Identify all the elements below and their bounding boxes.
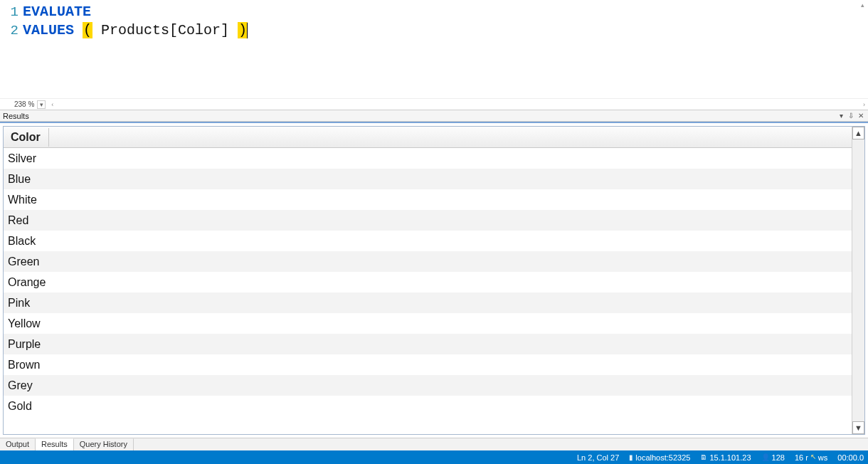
panel-close-icon[interactable]: ✕ <box>857 112 865 120</box>
table-row[interactable]: Brown <box>4 354 852 375</box>
scroll-down-icon[interactable]: ▼ <box>852 421 864 434</box>
table-row[interactable]: White <box>4 189 852 210</box>
code-line[interactable]: EVALUATE <box>23 3 868 21</box>
grid-header: Color <box>4 127 852 148</box>
scroll-up-icon[interactable]: ▲ <box>852 127 864 139</box>
column-header[interactable]: Color <box>4 128 49 147</box>
status-bar: Ln 2, Col 27 ▮ localhost:52325 🗎 15.1.10… <box>0 450 868 464</box>
scroll-right-icon[interactable]: › <box>863 101 865 108</box>
keyword: EVALUATE <box>23 4 91 20</box>
table-row[interactable]: Gold <box>4 396 852 416</box>
status-version: 🗎 15.1.101.23 <box>700 453 751 462</box>
status-server: ▮ localhost:52325 <box>629 453 690 462</box>
paren-close: ) <box>238 22 248 38</box>
paren-open: ( <box>83 22 92 38</box>
table-row[interactable]: Silver <box>4 148 852 169</box>
line-gutter: 1 2 <box>0 3 23 98</box>
status-position: Ln 2, Col 27 <box>577 453 619 462</box>
editor-scroll-up-icon[interactable]: ▴ <box>858 1 867 9</box>
table-row[interactable]: Blue <box>4 169 852 189</box>
space <box>74 22 83 38</box>
table-row[interactable]: Grey <box>4 375 852 396</box>
results-grid: Color SilverBlueWhiteRedBlackGreenOrange… <box>3 126 865 435</box>
identifier: Products[Color] <box>101 22 229 38</box>
results-panel: Results ▾ ⇩ ✕ Color SilverBlueWhiteRedBl… <box>0 110 868 450</box>
mouse-cursor-icon: ↖ <box>810 453 816 460</box>
status-elapsed: 00:00.0 <box>837 453 864 462</box>
space <box>92 22 101 38</box>
panel-title: Results <box>3 112 29 120</box>
space <box>229 22 238 38</box>
tab-results[interactable]: Results <box>36 438 74 450</box>
tab-output[interactable]: Output <box>0 438 36 450</box>
scroll-track[interactable] <box>852 139 864 421</box>
results-body: Color SilverBlueWhiteRedBlackGreenOrange… <box>0 122 868 438</box>
panel-title-bar: Results ▾ ⇩ ✕ <box>0 110 868 122</box>
table-row[interactable]: Purple <box>4 334 852 354</box>
table-row[interactable]: Orange <box>4 272 852 292</box>
bottom-tabs: Output Results Query History <box>0 438 868 450</box>
doc-icon: 🗎 <box>700 453 707 461</box>
grid-rows: SilverBlueWhiteRedBlackGreenOrangePinkYe… <box>4 148 852 416</box>
status-spid: 👤 128 <box>761 453 785 462</box>
editor-pane: 1 2 EVALUATE VALUES ( Products[Color] ) … <box>0 0 868 110</box>
table-row[interactable]: Green <box>4 251 852 272</box>
line-number: 2 <box>0 21 18 40</box>
text-cursor <box>247 23 248 38</box>
code-line[interactable]: VALUES ( Products[Color] ) <box>23 21 868 40</box>
table-row[interactable]: Pink <box>4 292 852 313</box>
zoom-dropdown-icon[interactable]: ▾ <box>37 100 46 109</box>
panel-pin-icon[interactable]: ⇩ <box>847 112 855 120</box>
table-row[interactable]: Yellow <box>4 313 852 334</box>
editor-content[interactable]: 1 2 EVALUATE VALUES ( Products[Color] ) <box>0 0 868 98</box>
panel-dropdown-icon[interactable]: ▾ <box>837 112 845 120</box>
status-rows: 16 r↖ws <box>795 453 827 462</box>
code-area[interactable]: EVALUATE VALUES ( Products[Color] ) <box>23 3 868 98</box>
scroll-left-icon[interactable]: ‹ <box>51 101 53 108</box>
table-row[interactable]: Black <box>4 231 852 251</box>
tab-query-history[interactable]: Query History <box>74 438 134 450</box>
user-icon: 👤 <box>761 453 770 461</box>
grid-vertical-scrollbar[interactable]: ▲ ▼ <box>852 127 864 434</box>
keyword: VALUES <box>23 22 74 38</box>
zoom-level[interactable]: 238 % <box>14 100 34 108</box>
db-icon: ▮ <box>629 453 633 461</box>
table-row[interactable]: Red <box>4 210 852 231</box>
editor-footer: 238 % ▾ ‹ › <box>0 98 868 110</box>
line-number: 1 <box>0 3 18 21</box>
